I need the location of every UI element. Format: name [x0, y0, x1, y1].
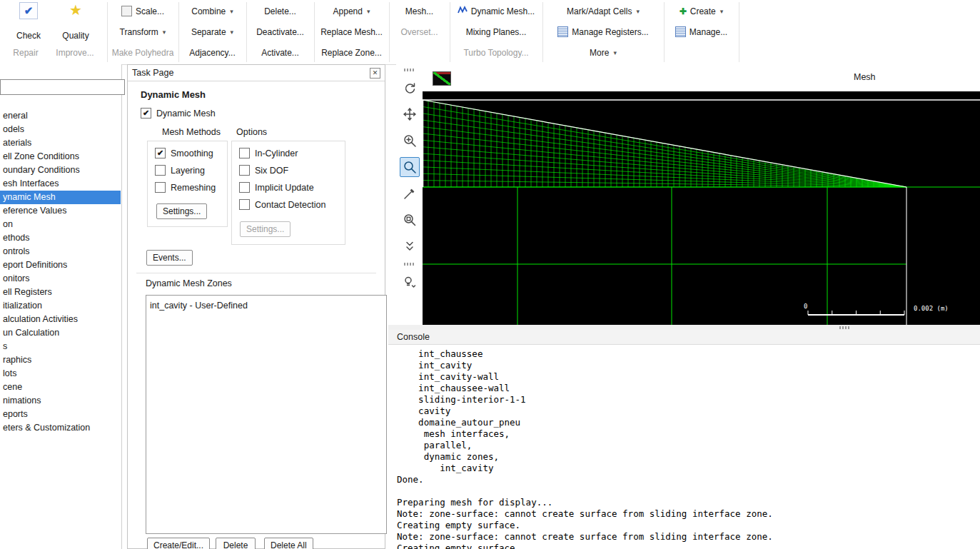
create-edit-button[interactable]: Create/Edit... [147, 538, 210, 549]
tree-item[interactable]: oundary Conditions [0, 163, 121, 177]
tree-filter-input[interactable] [0, 79, 125, 95]
mesh-canvas[interactable]: 0 0.002 (m) [423, 91, 980, 325]
tree-item[interactable]: ontrols [0, 245, 121, 258]
delete-zone-button[interactable]: Delete [216, 538, 256, 549]
task-page-panel: Task Page ✕ Dynamic Mesh Dynamic Mesh Me… [127, 64, 385, 549]
deactivate-button[interactable]: Deactivate... [246, 22, 314, 41]
checkbox-icon[interactable] [155, 148, 166, 158]
checkbox-label: Dynamic Mesh [156, 109, 216, 119]
toolbar-grip[interactable] [404, 263, 415, 266]
display-options-tool[interactable] [400, 272, 420, 292]
zoom-in-tool[interactable] [400, 131, 420, 151]
option-checkbox[interactable]: Implicit Update [239, 182, 352, 193]
tree-item[interactable]: lots [0, 367, 121, 381]
check-label: Check [16, 31, 41, 41]
replace-mesh-button[interactable]: Replace Mesh... [314, 22, 389, 41]
checkbox-icon[interactable] [239, 199, 250, 210]
tree-item[interactable]: onitors [0, 272, 121, 286]
console-body[interactable]: int_chaussee int_cavity int_cavity-wall … [388, 344, 980, 549]
tree-item[interactable]: ell Registers [0, 286, 121, 299]
events-button[interactable]: Events... [146, 250, 193, 266]
pane-splitter[interactable] [388, 325, 980, 330]
option-checkbox[interactable]: Six DOF [239, 165, 352, 176]
checkbox-icon[interactable] [239, 165, 250, 176]
mesh-methods-settings-button[interactable]: Settings... [156, 203, 207, 219]
manage-button[interactable]: Manage... [664, 22, 739, 41]
mesh-render [423, 91, 980, 325]
tree-item[interactable]: aterials [0, 136, 121, 150]
tree-item[interactable]: eports [0, 408, 121, 421]
combine-button[interactable]: Combine▾ [178, 1, 246, 21]
option-checkbox[interactable]: In-Cylinder [239, 148, 352, 158]
collapse-toolbar-chevrons-icon[interactable] [400, 236, 420, 256]
separate-button[interactable]: Separate▾ [178, 22, 246, 41]
tree-item[interactable]: nimations [0, 394, 121, 408]
tree-item[interactable]: ell Zone Conditions [0, 150, 121, 163]
mesh-menu-button[interactable]: Mesh... [389, 1, 450, 21]
mixing-planes-button[interactable]: Mixing Planes... [450, 22, 542, 41]
tree-item[interactable]: on [0, 218, 121, 231]
dynamic-mesh-button[interactable]: Dynamic Mesh... [450, 1, 542, 21]
manage-registers-button[interactable]: Manage Registers... [542, 22, 664, 41]
zoom-tool-selected[interactable] [400, 157, 420, 177]
replace-zone-button[interactable]: Replace Zone... [314, 43, 389, 62]
pan-tool[interactable] [400, 104, 420, 124]
scale-min-label: 0 [804, 303, 807, 310]
zone-list-item[interactable]: int_cavity - User-Defined [146, 296, 386, 311]
tree-item[interactable]: odels [0, 123, 121, 136]
options-group: In-Cylinder Six DOF Implicit Update Cont… [231, 141, 345, 245]
improve-button[interactable]: Improve... [47, 43, 103, 62]
tree-item[interactable]: eters & Customization [0, 421, 121, 435]
tree-item[interactable]: eference Values [0, 204, 121, 218]
graphics-titlebar: Mesh [423, 64, 980, 91]
repair-button[interactable]: Repair [3, 43, 49, 62]
graphics-window[interactable]: Mesh 0 0.002 (m) [423, 64, 980, 325]
quality-star-icon: ★ [69, 2, 82, 18]
more-button[interactable]: More▾ [542, 43, 664, 62]
delete-all-button[interactable]: Delete All [264, 538, 313, 549]
toolbar-grip[interactable] [404, 69, 415, 71]
tree-item[interactable]: raphics [0, 353, 121, 367]
dynamic-mesh-checkbox[interactable]: Dynamic Mesh [141, 108, 216, 119]
append-button[interactable]: Append▾ [314, 1, 389, 21]
splitter-grip[interactable] [839, 326, 851, 329]
scale-button[interactable]: Scale... [107, 1, 178, 21]
mesh-method-checkbox[interactable]: Layering [155, 165, 234, 176]
checkbox-icon[interactable] [141, 108, 151, 119]
checkbox-icon[interactable] [155, 182, 166, 193]
check-button[interactable]: ✔ Check [9, 2, 49, 41]
quality-button[interactable]: ★ Quality [54, 2, 97, 41]
tree-item[interactable]: ynamic Mesh [0, 191, 121, 204]
dynamic-mesh-zones-list[interactable]: int_cavity - User-Defined [146, 295, 387, 534]
tree-item[interactable]: alculation Activities [0, 313, 121, 326]
turbo-topology-button[interactable]: Turbo Topology... [450, 43, 542, 62]
create-button[interactable]: ✚ Create▾ [664, 1, 739, 21]
activate-button[interactable]: Activate... [246, 43, 314, 62]
tree-item[interactable]: eneral [0, 109, 121, 123]
rotate-view-tool[interactable] [400, 78, 420, 98]
checkbox-icon[interactable] [239, 182, 250, 193]
tree-item[interactable]: itialization [0, 299, 121, 313]
close-icon[interactable]: ✕ [370, 68, 380, 79]
tree-item[interactable]: esh Interfaces [0, 177, 121, 191]
tree-item[interactable]: un Calculation [0, 326, 121, 340]
overset-button[interactable]: Overset... [389, 22, 450, 41]
probe-tool[interactable] [400, 183, 420, 203]
mesh-method-checkbox[interactable]: Smoothing [155, 148, 234, 158]
transform-button[interactable]: Transform▾ [107, 22, 178, 41]
mark-adapt-cells-button[interactable]: Mark/Adapt Cells▾ [542, 1, 664, 21]
make-polyhedra-button[interactable]: Make Polyhedra [107, 43, 178, 62]
tree-item[interactable]: cene [0, 381, 121, 394]
mesh-method-checkbox[interactable]: Remeshing [155, 182, 234, 193]
tree-item[interactable]: s [0, 340, 121, 353]
checkbox-icon[interactable] [155, 165, 166, 176]
tree-item[interactable]: eport Definitions [0, 258, 121, 272]
tree-item[interactable]: ethods [0, 231, 121, 245]
options-settings-button[interactable]: Settings... [240, 221, 291, 237]
adjacency-button[interactable]: Adjacency... [178, 43, 246, 62]
checkbox-icon[interactable] [239, 148, 250, 158]
chevron-down-icon: ▾ [613, 49, 617, 56]
zoom-box-tool[interactable] [400, 210, 420, 230]
option-checkbox[interactable]: Contact Detection [239, 199, 352, 210]
delete-button[interactable]: Delete... [246, 1, 314, 21]
